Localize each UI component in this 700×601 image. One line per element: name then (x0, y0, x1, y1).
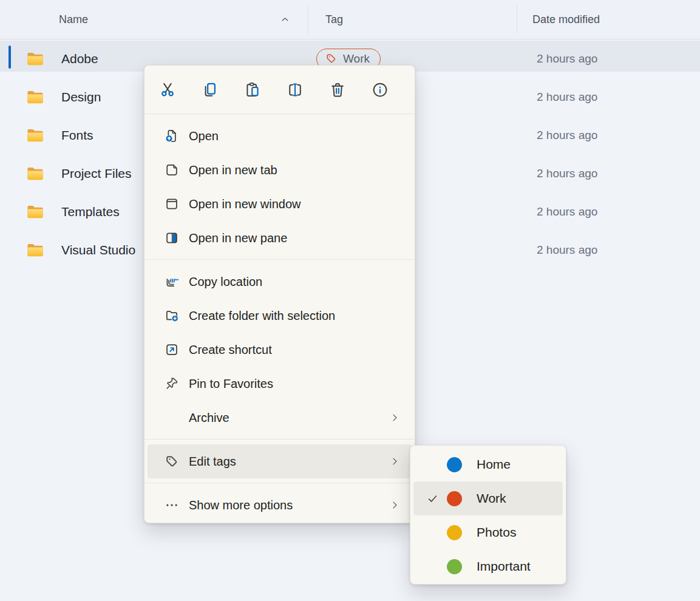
tag-option-label: Important (477, 559, 531, 574)
file-list-header: Name Tag Date modified (0, 0, 700, 39)
more-icon (164, 497, 180, 513)
menu-item-open-in-new-pane[interactable]: Open in new pane (148, 221, 412, 255)
date-modified: 2 hours ago (537, 129, 597, 142)
tag-color-swatch (447, 457, 462, 472)
create-folder-icon (164, 308, 180, 324)
sort-ascending-icon (280, 15, 290, 25)
info-icon (371, 81, 389, 99)
context-menu: OpenOpen in new tabOpen in new windowOpe… (144, 65, 415, 523)
column-header-date-modified[interactable]: Date modified (532, 13, 600, 26)
tag-option-label: Photos (477, 525, 516, 540)
new-pane-icon (164, 230, 180, 246)
folder-icon (25, 87, 45, 107)
tag-option-home[interactable]: Home (413, 447, 563, 481)
tag-color-swatch (447, 491, 462, 506)
menu-item-label: Create folder with selection (189, 309, 400, 323)
copy-icon (201, 81, 219, 99)
check-icon (426, 492, 447, 505)
chevron-right-icon (389, 412, 400, 423)
new-tab-icon (164, 162, 180, 178)
delete-icon (328, 81, 347, 99)
menu-separator (144, 439, 415, 440)
tag-icon (164, 453, 180, 469)
menu-item-open-in-new-tab[interactable]: Open in new tab (148, 153, 412, 187)
tag-icon (325, 52, 338, 65)
paste-button[interactable] (236, 75, 270, 104)
tag-option-work[interactable]: Work (413, 481, 563, 515)
tag-badge-label: Work (343, 52, 370, 66)
copy-location-icon (164, 274, 180, 290)
tag-color-swatch (447, 559, 462, 574)
folder-name: Design (61, 90, 101, 104)
menu-item-label: Archive (189, 411, 389, 425)
date-modified: 2 hours ago (537, 167, 597, 180)
folder-icon (25, 126, 45, 145)
menu-item-label: Open in new tab (189, 163, 400, 177)
date-modified: 2 hours ago (537, 243, 597, 257)
copy-button[interactable] (193, 75, 227, 104)
tag-option-label: Work (477, 491, 506, 506)
file-explorer-window: Name Tag Date modified AdobeWork2 hours … (0, 0, 700, 601)
tag-option-important[interactable]: Important (413, 549, 563, 583)
folder-icon (25, 202, 45, 222)
menu-item-copy-location[interactable]: Copy location (148, 265, 412, 299)
column-separator (308, 5, 308, 34)
folder-name: Templates (61, 205, 120, 219)
date-modified: 2 hours ago (537, 90, 597, 104)
tag-option-label: Home (477, 457, 511, 472)
cut-button[interactable] (151, 75, 185, 104)
create-shortcut-icon (164, 342, 180, 358)
selection-accent-bar (8, 46, 11, 69)
date-modified: 2 hours ago (537, 205, 597, 219)
new-window-icon (164, 196, 180, 212)
edit-tags-submenu: HomeWorkPhotosImportant (410, 445, 566, 585)
menu-item-label: Copy location (189, 275, 400, 289)
chevron-right-icon (389, 500, 400, 511)
chevron-right-icon (389, 456, 400, 467)
menu-item-create-shortcut[interactable]: Create shortcut (148, 333, 412, 367)
menu-item-pin-to-favorites[interactable]: Pin to Favorites (148, 367, 412, 401)
menu-item-label: Open in new window (189, 197, 400, 211)
menu-item-open[interactable]: Open (148, 119, 412, 153)
pin-icon (164, 376, 180, 392)
menu-separator (144, 483, 415, 483)
context-menu-items: OpenOpen in new tabOpen in new windowOpe… (144, 114, 415, 522)
icon-spacer (164, 410, 180, 426)
column-header-name[interactable]: Name (59, 13, 88, 26)
menu-item-label: Pin to Favorites (189, 377, 400, 391)
folder-name: Adobe (61, 52, 98, 66)
date-modified: 2 hours ago (537, 52, 597, 66)
context-menu-toolbar (144, 66, 415, 114)
tag-option-photos[interactable]: Photos (413, 515, 563, 549)
menu-item-open-in-new-window[interactable]: Open in new window (148, 187, 412, 221)
open-icon (164, 128, 180, 144)
menu-item-label: Open in new pane (189, 231, 400, 245)
rename-button[interactable] (278, 75, 312, 104)
menu-item-show-more-options[interactable]: Show more options (148, 488, 412, 522)
folder-icon (25, 49, 45, 69)
menu-item-label: Open (189, 129, 400, 143)
delete-button[interactable] (321, 75, 355, 104)
folder-icon (25, 240, 45, 260)
folder-name: Fonts (61, 128, 93, 143)
column-header-tag[interactable]: Tag (325, 13, 343, 26)
menu-item-label: Edit tags (189, 455, 389, 469)
menu-separator (144, 259, 415, 260)
menu-item-archive[interactable]: Archive (148, 401, 412, 435)
menu-item-label: Show more options (189, 498, 389, 512)
menu-item-edit-tags[interactable]: Edit tags (148, 444, 412, 478)
paste-icon (243, 81, 262, 99)
folder-name: Visual Studio (61, 243, 135, 257)
cut-icon (158, 81, 177, 99)
menu-item-label: Create shortcut (189, 343, 400, 357)
folder-icon (25, 164, 45, 183)
folder-name: Project Files (61, 166, 132, 181)
column-separator (517, 5, 517, 34)
rename-icon (286, 81, 304, 99)
menu-item-create-folder-with-selection[interactable]: Create folder with selection (148, 299, 412, 333)
tag-color-swatch (447, 525, 462, 540)
properties-button[interactable] (363, 75, 397, 104)
